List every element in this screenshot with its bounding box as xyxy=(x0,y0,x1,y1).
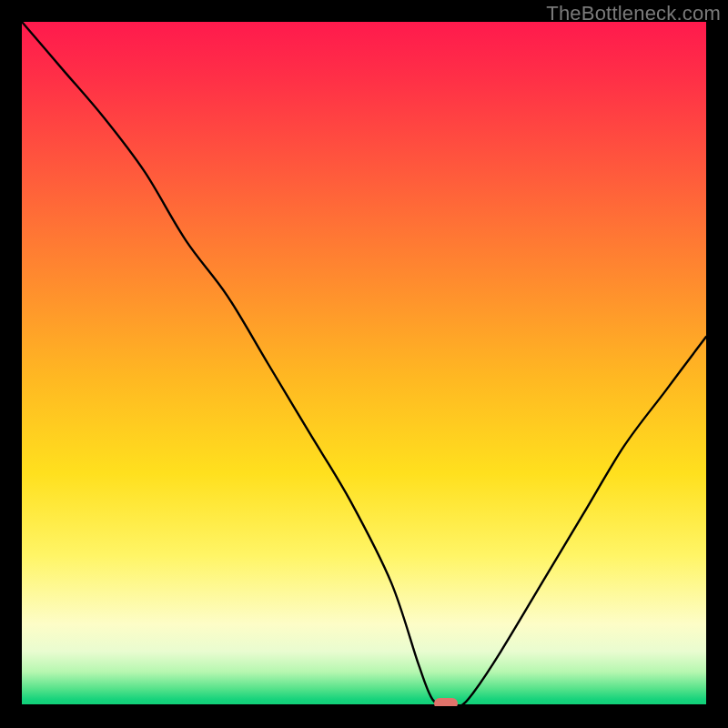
plot-area xyxy=(22,22,706,706)
optimal-point-marker xyxy=(434,698,458,706)
bottleneck-curve xyxy=(22,22,706,706)
x-axis-baseline xyxy=(22,704,706,706)
chart-frame: TheBottleneck.com xyxy=(0,0,728,728)
